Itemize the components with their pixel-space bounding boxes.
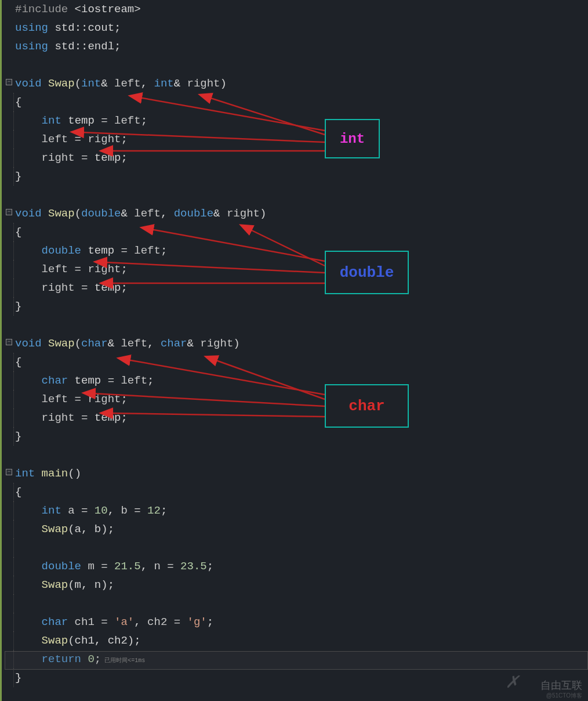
code-line: right = temp; [5, 279, 588, 297]
code-editor[interactable]: #include <iostream> using std::cout; usi… [0, 0, 588, 687]
code-line: double m = 21.5, n = 23.5; [5, 557, 588, 576]
code-line: } [5, 669, 588, 687]
annotation-box-char: char [325, 384, 409, 428]
code-line: { [5, 483, 588, 501]
code-line: } [5, 297, 588, 316]
code-line: return 0; 已用时间<=1ms [5, 650, 588, 669]
code-line [5, 316, 588, 334]
code-line: Swap(a, b); [5, 520, 588, 539]
code-line: using std::cout; [5, 19, 588, 37]
code-line: { [5, 353, 588, 371]
code-line: { [5, 223, 588, 241]
code-line: −void Swap(double& left, double& right) [5, 204, 588, 223]
annotation-box-double: double [325, 251, 409, 294]
code-line: } [5, 167, 588, 186]
code-line: int a = 10, b = 12; [5, 501, 588, 520]
timing-hint: 已用时间<=1ms [101, 657, 145, 664]
fold-minus-icon[interactable]: − [6, 79, 12, 85]
watermark-sub: @51CTO博客 [546, 692, 582, 700]
code-line: using std::endl; [5, 37, 588, 56]
watermark-logo-icon: ✗ [506, 669, 518, 694]
code-line: int temp = left; [5, 111, 588, 130]
code-line: left = right; [5, 390, 588, 409]
code-line: left = right; [5, 130, 588, 149]
fold-minus-icon[interactable]: − [6, 469, 12, 475]
code-line: Swap(m, n); [5, 576, 588, 594]
code-line [5, 594, 588, 613]
code-line: −int main() [5, 464, 588, 483]
code-line [5, 56, 588, 74]
code-line [5, 446, 588, 464]
code-line [5, 186, 588, 204]
code-line: char temp = left; [5, 371, 588, 390]
code-line: −void Swap(int& left, int& right) [5, 74, 588, 93]
watermark-text: 自由互联 [540, 678, 582, 692]
code-line: char ch1 = 'a', ch2 = 'g'; [5, 613, 588, 631]
code-line: #include <iostream> [5, 0, 588, 19]
code-line: left = right; [5, 260, 588, 279]
annotation-box-int: int [325, 119, 380, 158]
code-line [5, 539, 588, 557]
code-line: double temp = left; [5, 241, 588, 260]
code-line: right = temp; [5, 409, 588, 427]
code-line: } [5, 427, 588, 446]
fold-minus-icon[interactable]: − [6, 209, 12, 215]
code-line: { [5, 93, 588, 111]
code-line: right = temp; [5, 149, 588, 167]
code-line: −void Swap(char& left, char& right) [5, 334, 588, 353]
code-line: Swap(ch1, ch2); [5, 631, 588, 650]
fold-minus-icon[interactable]: − [6, 339, 12, 345]
